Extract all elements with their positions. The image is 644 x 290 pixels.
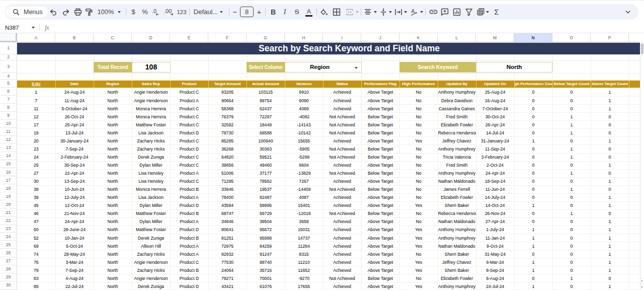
svg-text:.00: .00 [164, 8, 172, 14]
svg-text:.0: .0 [152, 8, 156, 14]
svg-text:A: A [411, 8, 415, 14]
